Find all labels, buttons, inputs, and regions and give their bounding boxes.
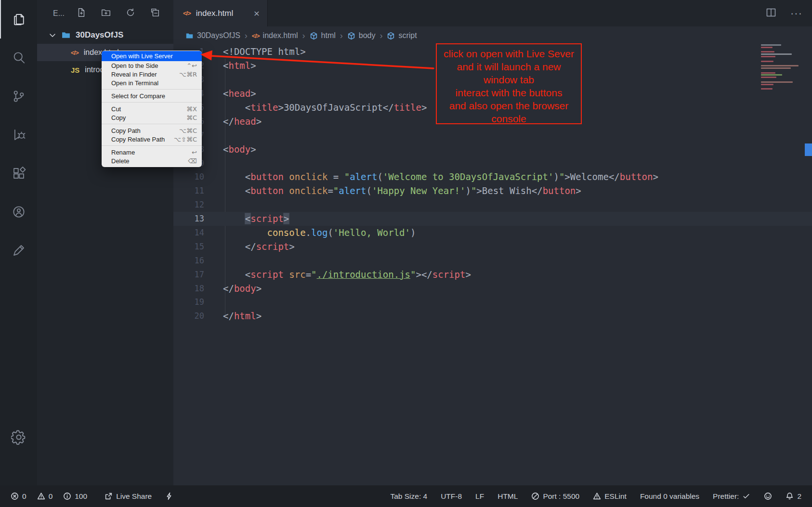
activity-bar — [0, 0, 37, 485]
menu-separator — [102, 124, 202, 124]
new-file-icon[interactable] — [76, 7, 87, 20]
symbol-cube-icon — [347, 32, 355, 40]
explorer-icon[interactable] — [0, 0, 37, 39]
menu-item-cut[interactable]: Cut⌘X — [102, 104, 202, 113]
menu-separator — [102, 102, 202, 103]
info-circle-icon — [63, 492, 71, 500]
error-circle-icon — [11, 492, 19, 500]
symbol-cube-icon — [310, 32, 318, 40]
code-line[interactable]: 20</html> — [173, 309, 812, 323]
code-line[interactable]: 17 <script src="./introduction.js"></scr… — [173, 267, 812, 281]
breadcrumb-item-file[interactable]: </> index.html — [252, 31, 298, 40]
chevron-down-icon — [49, 31, 56, 39]
problems-warnings[interactable]: 0 — [37, 492, 53, 501]
html-file-icon: </> — [71, 49, 79, 56]
lightning-icon[interactable] — [165, 492, 173, 500]
tab-size-indicator[interactable]: Tab Size: 4 — [390, 492, 427, 501]
feedback-smiley-icon[interactable] — [764, 492, 772, 500]
code-line[interactable]: 7 — [173, 128, 812, 142]
menu-item-open-in-terminal[interactable]: Open in Terminal — [102, 78, 202, 87]
breadcrumb-item-html[interactable]: html — [310, 31, 336, 40]
code-line[interactable]: 16 — [173, 253, 812, 267]
menu-item-copy-relative-path[interactable]: Copy Relative Path⌥⇧⌘C — [102, 135, 202, 143]
info-count[interactable]: 100 — [63, 492, 87, 501]
code-line[interactable]: 18</body> — [173, 281, 812, 295]
code-line[interactable]: 14 console.log('Hello, World') — [173, 226, 812, 240]
tab-bar: </> index.html × ··· — [173, 0, 812, 26]
tab-label: index.html — [196, 9, 233, 18]
close-tab-icon[interactable]: × — [254, 8, 260, 18]
code-line[interactable]: 19 — [173, 295, 812, 309]
breadcrumb: 30DaysOfJS › </> index.html › html › bod… — [173, 26, 812, 45]
settings-gear-icon[interactable] — [0, 423, 37, 452]
code-line[interactable]: 12 — [173, 198, 812, 212]
refresh-icon[interactable] — [125, 7, 136, 20]
edit-session-icon[interactable] — [0, 231, 37, 270]
split-editor-icon[interactable] — [765, 7, 777, 20]
line-number: 20 — [173, 311, 204, 321]
problems-errors[interactable]: 0 — [11, 492, 26, 501]
line-number: 11 — [173, 186, 204, 195]
html-file-icon: </> — [183, 10, 191, 17]
line-number: 15 — [173, 242, 204, 251]
menu-item-copy-path[interactable]: Copy Path⌥⌘C — [102, 126, 202, 135]
notifications-bell[interactable]: 2 — [786, 492, 801, 501]
eol-indicator[interactable]: LF — [475, 492, 484, 501]
code-line[interactable]: 8<body> — [173, 142, 812, 156]
breadcrumb-item-script[interactable]: script — [387, 31, 417, 40]
share-icon — [105, 492, 113, 500]
sidebar-root-folder[interactable]: 30DaysOfJS — [37, 26, 173, 44]
language-mode-indicator[interactable]: HTML — [498, 492, 518, 501]
line-number: 16 — [173, 256, 204, 265]
menu-item-rename[interactable]: Rename↩ — [102, 148, 202, 156]
line-number: 17 — [173, 270, 204, 279]
tab-index-html[interactable]: </> index.html × — [173, 0, 268, 26]
new-folder-icon[interactable] — [101, 7, 111, 20]
line-number: 18 — [173, 284, 204, 293]
folder-icon — [61, 30, 71, 40]
code-line[interactable]: 11 <button onclick="alert('Happy New Yea… — [173, 184, 812, 198]
overview-ruler-marker[interactable] — [805, 143, 812, 156]
circle-slash-icon — [531, 492, 539, 500]
line-number: 19 — [173, 297, 204, 307]
prettier-status[interactable]: Prettier: — [713, 492, 750, 501]
menu-item-open-to-the-side[interactable]: Open to the Side⌃↩ — [102, 61, 202, 70]
symbol-cube-icon — [387, 32, 395, 40]
folder-icon — [185, 32, 194, 40]
code-line[interactable]: 15 </script> — [173, 239, 812, 253]
menu-separator — [102, 145, 202, 146]
more-actions-icon[interactable]: ··· — [790, 7, 802, 20]
menu-item-copy[interactable]: Copy⌘C — [102, 113, 202, 122]
explorer-header: E... — [37, 0, 173, 26]
line-number: 14 — [173, 228, 204, 237]
code-line[interactable]: 10 <button onclick = "alert('Welcome to … — [173, 170, 812, 184]
html-file-icon: </> — [252, 32, 260, 39]
live-share-button[interactable]: Live Share — [105, 492, 152, 501]
breadcrumb-item-body[interactable]: body — [347, 31, 376, 40]
js-file-icon: JS — [71, 66, 79, 74]
run-debug-icon[interactable] — [0, 116, 37, 154]
menu-item-reveal-in-finder[interactable]: Reveal in Finder⌥⌘R — [102, 70, 202, 78]
extensions-icon[interactable] — [0, 154, 37, 193]
menu-item-delete[interactable]: Delete⌫ — [102, 156, 202, 165]
live-server-port[interactable]: Port : 5500 — [531, 492, 579, 501]
eslint-status[interactable]: ESLint — [593, 492, 627, 501]
variables-found-status[interactable]: Found 0 variables — [640, 492, 699, 501]
search-icon[interactable] — [0, 39, 37, 77]
code-line[interactable]: 13 <script> — [173, 212, 812, 226]
live-share-icon[interactable] — [0, 193, 37, 231]
explorer-title: E... — [53, 9, 65, 18]
warning-triangle-icon — [37, 492, 45, 500]
menu-item-select-for-compare[interactable]: Select for Compare — [102, 91, 202, 100]
status-bar: 0 0 100 Live Share Tab Size: 4 UTF-8 LF … — [0, 485, 812, 507]
collapse-all-icon[interactable] — [150, 7, 160, 20]
breadcrumb-item-folder[interactable]: 30DaysOfJS — [185, 31, 240, 40]
menu-item-open-with-live-server[interactable]: Open with Live Server — [102, 51, 202, 61]
minimap[interactable] — [761, 44, 803, 91]
source-control-icon[interactable] — [0, 77, 37, 116]
eslint-warning-icon — [593, 492, 601, 500]
check-icon — [742, 492, 750, 500]
encoding-indicator[interactable]: UTF-8 — [441, 492, 462, 501]
code-line[interactable]: 9 — [173, 156, 812, 170]
menu-separator — [102, 89, 202, 90]
